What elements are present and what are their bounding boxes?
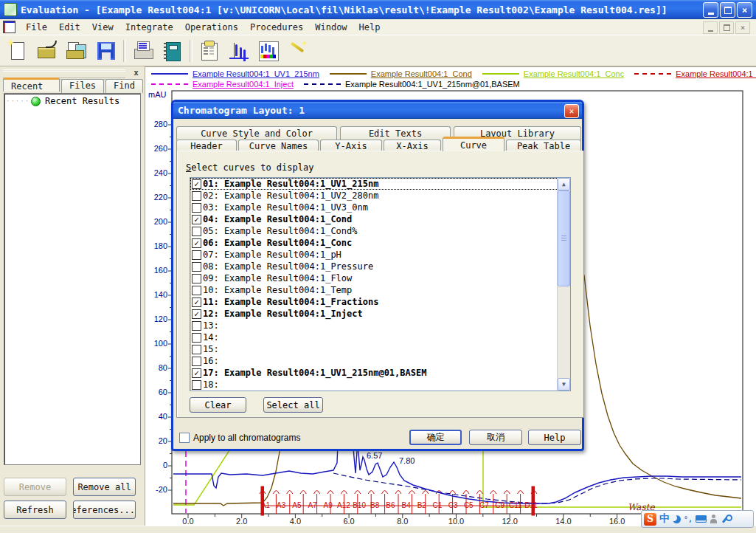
curve-list-item-08[interactable]: 08: Example Result004:1_Pressure — [190, 261, 570, 272]
select-all-button[interactable]: Select all — [263, 397, 323, 413]
list-scrollbar[interactable]: ▲ ▼ — [557, 178, 570, 391]
curve-list-item-12[interactable]: ✓12: Example Result004:1_Inject — [190, 308, 570, 320]
mdi-close-button[interactable]: × — [735, 21, 750, 34]
legend-label[interactable]: Example Result004:1_Inject — [193, 80, 294, 89]
menu-item-procedures[interactable]: Procedures — [245, 21, 308, 34]
curve-checkbox-15[interactable] — [192, 345, 201, 354]
person-icon[interactable] — [710, 515, 718, 523]
tab-curve-style-and-color[interactable]: Curve Style and Color — [176, 126, 337, 140]
open-button[interactable] — [32, 38, 62, 64]
help-button[interactable]: Help — [528, 430, 581, 445]
curve-list-item-05[interactable]: 05: Example Result004:1_Cond% — [190, 225, 570, 237]
tab-edit-texts[interactable]: Edit Texts — [340, 126, 451, 140]
moon-icon[interactable] — [673, 515, 681, 523]
curve-list-item-17[interactable]: ✓17: Example Result004:1_UV1_215nm@01,BA… — [190, 367, 570, 379]
tab-x-axis[interactable]: X-Axis — [384, 140, 441, 151]
curve-list-item-09[interactable]: 09: Example Result004:1_Flow — [190, 272, 570, 284]
sogou-logo-icon[interactable]: S — [644, 513, 656, 526]
save-button[interactable] — [91, 38, 121, 64]
remove-all-button[interactable]: Remove all — [73, 478, 136, 496]
print-button[interactable] — [128, 38, 158, 64]
curve-checkbox-06[interactable]: ✓ — [192, 238, 201, 248]
sidebar-tab-files[interactable]: Files — [61, 79, 104, 93]
curve-checkbox-12[interactable]: ✓ — [192, 309, 201, 319]
legend-label[interactable]: Example Result004:1_UV1_215nm — [193, 69, 319, 78]
scroll-thumb[interactable] — [558, 190, 570, 286]
preferences-button[interactable]: Preferences... — [73, 501, 136, 519]
curve-checkbox-08[interactable] — [192, 262, 201, 272]
dialog-titlebar[interactable]: Chromatogram Layout: 1 ✕ — [173, 102, 582, 119]
menu-item-window[interactable]: Window — [310, 21, 352, 34]
tab-header[interactable]: Header — [176, 140, 237, 151]
curve-checkbox-18[interactable] — [192, 380, 201, 390]
legend-item[interactable]: Example Result004:1_UV1_215nm@01,BASEM — [304, 80, 520, 89]
menu-item-integrate[interactable]: Integrate — [120, 21, 178, 34]
punctuation-icon[interactable]: °, — [684, 515, 693, 523]
restore-button[interactable] — [720, 2, 735, 18]
curve-list-item-01[interactable]: ✓01: Example Result004:1_UV1_215nm — [190, 178, 570, 190]
menu-item-operations[interactable]: Operations — [180, 21, 243, 34]
legend-label[interactable]: Example Result004:1_Cond — [371, 69, 472, 78]
tab-curve[interactable]: Curve — [443, 137, 504, 151]
curve-button[interactable] — [224, 38, 254, 64]
legend-label[interactable]: Example Result004:1_UV1_215nm@01,BASEM — [345, 80, 520, 89]
legend-item[interactable]: Example Result004:1_UV1_215nm — [151, 69, 319, 78]
curve-checkbox-04[interactable]: ✓ — [192, 215, 201, 224]
legend-label[interactable]: Example Result004:1_Conc — [524, 69, 624, 78]
new-button[interactable] — [3, 38, 32, 64]
keyboard-icon[interactable] — [696, 515, 707, 523]
notebook-button[interactable] — [158, 38, 187, 64]
scroll-down-button[interactable]: ▼ — [558, 378, 570, 391]
curve-list-item-02[interactable]: 02: Example Result004:1_UV2_280nm — [190, 190, 570, 202]
menu-item-file[interactable]: File — [21, 21, 52, 34]
menu-item-edit[interactable]: Edit — [54, 21, 86, 34]
menu-item-help[interactable]: Help — [354, 21, 386, 34]
curve-checkbox-03[interactable] — [192, 203, 201, 213]
curve-checkbox-17[interactable]: ✓ — [192, 368, 201, 378]
panel-close-icon[interactable]: x — [131, 67, 142, 78]
curve-checkbox-11[interactable]: ✓ — [192, 298, 201, 307]
curve-checkbox-10[interactable] — [192, 286, 201, 295]
legend-label[interactable]: Example Result004:1_Fractions — [676, 69, 756, 78]
curve-list-item-14[interactable]: 14: — [190, 331, 570, 343]
chinese-mode-icon[interactable]: 中 — [659, 512, 670, 526]
mdi-minimize-button[interactable] — [703, 21, 718, 34]
curve-checkbox-01[interactable]: ✓ — [192, 179, 201, 189]
remove-button[interactable]: Remove — [4, 478, 66, 496]
sidebar-tab-find[interactable]: Find — [105, 79, 143, 93]
curve-checkbox-13[interactable] — [192, 321, 201, 331]
curve-listbox[interactable]: ✓01: Example Result004:1_UV1_215nm02: Ex… — [190, 177, 571, 391]
dialog-close-button[interactable]: ✕ — [564, 104, 579, 118]
curve-list-item-15[interactable]: 15: — [190, 343, 570, 355]
legend-item[interactable]: Example Result004:1_Conc — [482, 69, 624, 78]
curve-checkbox-16[interactable] — [192, 357, 201, 366]
curve-list-item-13[interactable]: 13: — [190, 320, 570, 331]
tree-item-recent-results[interactable]: ····· Recent Results — [4, 94, 140, 106]
curve-list-item-03[interactable]: 03: Example Result004:1_UV3_0nm — [190, 202, 570, 213]
hist-button[interactable] — [254, 38, 283, 64]
tab-peak-table[interactable]: Peak Table — [506, 140, 581, 151]
report-button[interactable] — [195, 38, 224, 64]
legend-item[interactable]: Example Result004:1_Inject — [151, 80, 294, 89]
curve-list-item-06[interactable]: ✓06: Example Result004:1_Conc — [190, 237, 570, 249]
wrench-icon[interactable] — [721, 515, 730, 524]
curve-checkbox-02[interactable] — [192, 191, 201, 201]
curve-checkbox-14[interactable] — [192, 333, 201, 343]
curve-checkbox-07[interactable] — [192, 250, 201, 260]
refresh-button[interactable]: Refresh — [4, 501, 66, 519]
legend-item[interactable]: Example Result004:1_Fractions — [634, 69, 756, 78]
legend-item[interactable]: Example Result004:1_Cond — [330, 69, 472, 78]
curve-list-item-07[interactable]: 07: Example Result004:1_pH — [190, 249, 570, 261]
minimize-button[interactable] — [703, 2, 718, 18]
curve-list-item-18[interactable]: 18: — [190, 379, 570, 391]
document-icon[interactable] — [3, 21, 15, 33]
curve-list-item-10[interactable]: 10: Example Result004:1_Temp — [190, 284, 570, 296]
wand-button[interactable] — [283, 38, 313, 64]
curve-checkbox-09[interactable] — [192, 274, 201, 283]
curve-checkbox-05[interactable] — [192, 227, 201, 236]
menu-item-view[interactable]: View — [87, 21, 119, 34]
tab-y-axis[interactable]: Y-Axis — [320, 140, 382, 151]
mdi-restore-button[interactable] — [719, 21, 734, 34]
curve-list-item-11[interactable]: ✓11: Example Result004:1_Fractions — [190, 296, 570, 308]
scroll-up-button[interactable]: ▲ — [558, 178, 570, 190]
